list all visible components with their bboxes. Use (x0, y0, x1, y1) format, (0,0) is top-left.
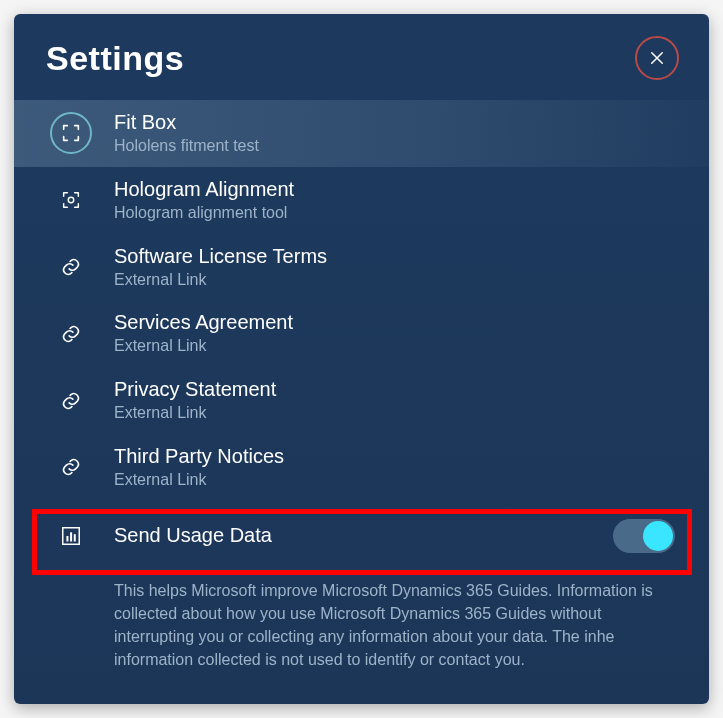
item-title: Fit Box (114, 110, 679, 134)
settings-item-fit-box[interactable]: Fit BoxHololens fitment test (14, 100, 709, 167)
item-text: Third Party NoticesExternal Link (114, 444, 679, 491)
settings-item-privacy-statement[interactable]: Privacy StatementExternal Link (14, 367, 709, 434)
link-icon (50, 246, 92, 288)
close-button[interactable] (635, 36, 679, 80)
item-subtitle: External Link (114, 403, 679, 424)
item-text: Services AgreementExternal Link (114, 310, 679, 357)
item-subtitle: External Link (114, 470, 679, 491)
alignment-icon (50, 179, 92, 221)
link-icon (50, 313, 92, 355)
chart-icon (50, 515, 92, 557)
item-title: Third Party Notices (114, 444, 679, 468)
item-subtitle: Hololens fitment test (114, 136, 679, 157)
settings-item-third-party-notices[interactable]: Third Party NoticesExternal Link (14, 434, 709, 501)
svg-point-0 (68, 197, 74, 203)
item-text: Hologram AlignmentHologram alignment too… (114, 177, 679, 224)
settings-panel: Settings Fit BoxHololens fitment testHol… (14, 14, 709, 704)
settings-item-hologram-alignment[interactable]: Hologram AlignmentHologram alignment too… (14, 167, 709, 234)
toggle-knob (643, 521, 673, 551)
item-title: Privacy Statement (114, 377, 679, 401)
svg-rect-3 (70, 532, 72, 541)
settings-item-services-agreement[interactable]: Services AgreementExternal Link (14, 300, 709, 367)
close-icon (648, 49, 666, 67)
svg-rect-4 (74, 534, 76, 541)
item-text: Fit BoxHololens fitment test (114, 110, 679, 157)
fitbox-icon (50, 112, 92, 154)
item-title: Software License Terms (114, 244, 679, 268)
page-title: Settings (46, 39, 184, 78)
item-subtitle: External Link (114, 270, 679, 291)
send-usage-data-label: Send Usage Data (114, 524, 613, 547)
send-usage-data-toggle[interactable] (613, 519, 675, 553)
link-icon (50, 446, 92, 488)
settings-list: Fit BoxHololens fitment testHologram Ali… (14, 98, 709, 501)
link-icon (50, 380, 92, 422)
item-text: Software License TermsExternal Link (114, 244, 679, 291)
item-title: Hologram Alignment (114, 177, 679, 201)
send-usage-data-row: Send Usage Data (14, 501, 709, 571)
item-subtitle: External Link (114, 336, 679, 357)
header: Settings (14, 14, 709, 98)
svg-rect-2 (66, 536, 68, 542)
settings-item-software-license-terms[interactable]: Software License TermsExternal Link (14, 234, 709, 301)
item-title: Services Agreement (114, 310, 679, 334)
send-usage-data-description: This helps Microsoft improve Microsoft D… (14, 571, 709, 672)
item-text: Privacy StatementExternal Link (114, 377, 679, 424)
item-subtitle: Hologram alignment tool (114, 203, 679, 224)
